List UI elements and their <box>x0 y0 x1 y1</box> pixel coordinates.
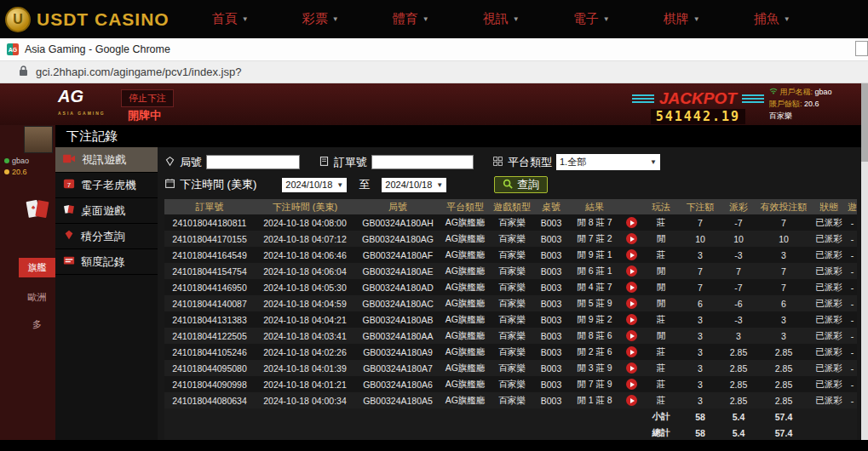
date-from-picker[interactable]: 2024/10/18▼ <box>282 178 347 192</box>
cell-table-no: B003 <box>534 392 568 408</box>
table-row[interactable]: 2410180440909982024-10-18 04:01:21GB0032… <box>164 376 857 392</box>
url-text[interactable]: gci.2hhapi.com/agingame/pcv1/index.jsp? <box>36 66 241 78</box>
jackpot-value: 541442.19 <box>651 109 745 124</box>
replay-play-button[interactable] <box>626 298 637 309</box>
table-row[interactable]: 2410180441701552024-10-18 04:07:12GB0032… <box>164 231 857 247</box>
cell-bet-amount: 6 <box>681 295 720 311</box>
cell-replay <box>621 360 641 376</box>
menu-item-2[interactable]: 7電子老虎機 <box>55 173 158 198</box>
table-row[interactable]: 2410180441808112024-10-18 04:08:00GB0032… <box>164 214 857 231</box>
search-icon <box>503 179 513 191</box>
date-to-picker[interactable]: 2024/10/18▼ <box>382 178 446 192</box>
subtotal-payout: 5.4 <box>720 408 757 425</box>
cell-status: 已派彩 <box>810 247 848 263</box>
cell-bet-amount: 7 <box>681 263 720 279</box>
table-row[interactable]: 2410180441400872024-10-18 04:04:59GB0032… <box>164 295 857 311</box>
cell-replay <box>621 344 641 360</box>
col-header-status: 狀態 <box>810 199 848 214</box>
cell-valid-bet: 2.85 <box>757 360 810 376</box>
table-row[interactable]: 2410180441469502024-10-18 04:05:30GB0032… <box>164 279 857 295</box>
col-header-bet-amount: 下注額 <box>681 199 720 214</box>
cell-result: 閒 2 莊 6 <box>568 344 621 360</box>
lobby-tab-2[interactable]: 歐洲 <box>19 288 55 307</box>
cell-status: 已派彩 <box>810 231 848 247</box>
total-bet: 58 <box>681 425 720 440</box>
play-icon <box>630 220 635 226</box>
table-header-row: 訂單號下注時間 (美東)局號平台類型遊戲類型桌號結果玩法下注額派彩有效投注額狀態… <box>164 199 857 214</box>
browser-scrollbar[interactable] <box>861 83 868 440</box>
replay-play-button[interactable] <box>626 346 637 357</box>
sidebar-balance: 20.6 <box>4 168 27 176</box>
nav-item-1[interactable]: 首頁▼ <box>212 11 252 27</box>
replay-play-button[interactable] <box>626 282 637 293</box>
lobby-tab-3[interactable]: 多 <box>19 315 55 334</box>
lobby-tab-1[interactable]: 旗艦 <box>19 258 55 277</box>
menu-item-1[interactable]: 視訊遊戲 <box>55 147 158 173</box>
replay-play-button[interactable] <box>626 379 637 390</box>
menu-item-4[interactable]: 積分查詢 <box>55 224 158 249</box>
round-input[interactable] <box>206 155 300 169</box>
cell-game-type: 百家樂 <box>490 392 534 408</box>
chevron-down-icon: ▼ <box>513 15 520 23</box>
cell-result: 閒 4 莊 7 <box>568 279 621 295</box>
replay-play-button[interactable] <box>626 249 637 260</box>
cell-payout: 7 <box>720 263 757 279</box>
jackpot-label: JACKPOT <box>659 89 737 108</box>
main-nav: 首頁▼彩票▼體育▼視訊▼電子▼棋牌▼捕魚▼ <box>212 11 794 27</box>
col-header-extra: 遊戲 <box>848 199 857 214</box>
cell-game-type: 百家樂 <box>490 247 534 263</box>
menu-item-3[interactable]: 桌面遊戲 <box>55 198 158 224</box>
avatar[interactable] <box>24 126 53 153</box>
replay-play-button[interactable] <box>626 395 637 406</box>
table-row[interactable]: 2410180440950802024-10-18 04:01:39GB0032… <box>164 360 857 376</box>
cell-time: 2024-10-18 04:02:26 <box>255 344 355 360</box>
to-label: 至 <box>359 177 370 192</box>
col-header-result: 結果 <box>568 199 621 214</box>
modal-content: 局號 訂單號 平台類型 1.全部▼ <box>158 147 861 440</box>
cell-round: GB00324A180A7 <box>355 360 440 376</box>
cell-round: GB00324A180AA <box>355 328 440 344</box>
table-row[interactable]: 2410180441645492024-10-18 04:06:46GB0032… <box>164 247 857 263</box>
nav-item-2[interactable]: 彩票▼ <box>302 11 342 27</box>
cell-replay <box>621 279 641 295</box>
replay-play-button[interactable] <box>626 265 637 277</box>
cell-platform: AG旗艦廳 <box>440 344 490 360</box>
table-row[interactable]: 2410180440806342024-10-18 04:00:34GB0032… <box>164 392 857 408</box>
cell-payout: -3 <box>720 247 757 263</box>
nav-item-3[interactable]: 體育▼ <box>393 11 433 27</box>
table-row[interactable]: 2410180441225052024-10-18 04:03:41GB0032… <box>164 328 857 344</box>
cell-extra: - <box>848 263 857 279</box>
cell-play-type: 閒 <box>641 263 681 279</box>
dealing-status: 開牌中 <box>128 108 161 123</box>
replay-play-button[interactable] <box>626 217 637 228</box>
browser-urlbar[interactable]: gci.2hhapi.com/agingame/pcv1/index.jsp? <box>0 61 868 83</box>
cell-platform: AG旗艦廳 <box>440 295 490 311</box>
scrollbar-thumb[interactable] <box>861 83 868 162</box>
table-row[interactable]: 2410180441547542024-10-18 04:06:04GB0032… <box>164 263 857 279</box>
nav-item-4[interactable]: 視訊▼ <box>483 11 523 27</box>
cell-bet-amount: 3 <box>681 360 720 376</box>
platform-label: 平台類型 <box>508 155 552 170</box>
nav-item-7[interactable]: 捕魚▼ <box>754 11 794 27</box>
cell-play-type: 莊 <box>641 376 681 392</box>
cell-table-no: B003 <box>534 263 568 279</box>
table-row[interactable]: 2410180441313832024-10-18 04:04:21GB0032… <box>164 311 857 328</box>
nav-item-5[interactable]: 電子▼ <box>573 11 613 27</box>
cell-order: 241018044080634 <box>164 392 255 408</box>
brand-logo[interactable]: U USDT CASINO <box>5 7 170 32</box>
nav-item-6[interactable]: 棋牌▼ <box>664 11 704 27</box>
platform-select[interactable]: 1.全部▼ <box>556 154 660 170</box>
replay-play-button[interactable] <box>626 314 637 325</box>
replay-play-button[interactable] <box>626 233 637 244</box>
cell-round: GB00324A180AE <box>355 263 440 279</box>
cell-payout: 2.85 <box>720 344 757 360</box>
coin-dot-icon <box>4 169 9 174</box>
replay-play-button[interactable] <box>626 363 637 374</box>
cell-play-type: 莊 <box>641 247 681 263</box>
menu-item-5[interactable]: 額度記錄 <box>55 249 158 275</box>
cell-status: 已派彩 <box>810 328 848 344</box>
replay-play-button[interactable] <box>626 330 637 341</box>
order-input[interactable] <box>371 155 474 169</box>
search-button[interactable]: 查詢 <box>494 176 548 193</box>
table-row[interactable]: 2410180441052462024-10-18 04:02:26GB0032… <box>164 344 857 360</box>
